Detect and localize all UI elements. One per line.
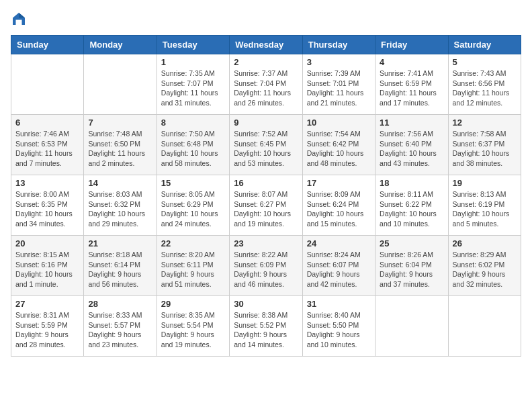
weekday-header-sunday: Sunday (11, 36, 84, 54)
calendar-cell (375, 296, 448, 357)
day-info: Sunrise: 7:46 AM Sunset: 6:53 PM Dayligh… (15, 129, 79, 169)
weekday-header-wednesday: Wednesday (230, 36, 302, 54)
day-number: 24 (307, 238, 371, 248)
calendar-week-2: 6Sunrise: 7:46 AM Sunset: 6:53 PM Daylig… (11, 115, 521, 175)
calendar-cell: 10Sunrise: 7:54 AM Sunset: 6:42 PM Dayli… (302, 115, 375, 175)
day-number: 9 (234, 118, 298, 128)
day-number: 29 (161, 299, 225, 309)
calendar-cell: 2Sunrise: 7:37 AM Sunset: 7:04 PM Daylig… (230, 54, 302, 115)
day-number: 2 (234, 57, 298, 67)
day-info: Sunrise: 8:22 AM Sunset: 6:09 PM Dayligh… (234, 250, 298, 289)
calendar-cell: 5Sunrise: 7:43 AM Sunset: 6:56 PM Daylig… (448, 54, 521, 115)
day-info: Sunrise: 8:11 AM Sunset: 6:22 PM Dayligh… (380, 189, 443, 229)
day-info: Sunrise: 7:50 AM Sunset: 6:48 PM Dayligh… (161, 129, 225, 169)
day-info: Sunrise: 8:35 AM Sunset: 5:54 PM Dayligh… (161, 310, 225, 350)
logo-icon (11, 11, 27, 27)
day-info: Sunrise: 8:24 AM Sunset: 6:07 PM Dayligh… (307, 250, 371, 289)
day-info: Sunrise: 8:00 AM Sunset: 6:35 PM Dayligh… (15, 189, 79, 229)
day-number: 28 (88, 299, 152, 309)
day-info: Sunrise: 8:33 AM Sunset: 5:57 PM Dayligh… (88, 310, 152, 350)
day-number: 20 (15, 238, 79, 248)
calendar-week-5: 27Sunrise: 8:31 AM Sunset: 5:59 PM Dayli… (11, 296, 521, 357)
day-number: 21 (88, 238, 152, 248)
page-header (11, 11, 521, 27)
calendar-table: SundayMondayTuesdayWednesdayThursdayFrid… (11, 35, 521, 357)
day-number: 19 (453, 178, 517, 188)
day-info: Sunrise: 8:05 AM Sunset: 6:29 PM Dayligh… (161, 189, 225, 229)
calendar-cell: 9Sunrise: 7:52 AM Sunset: 6:45 PM Daylig… (230, 115, 302, 175)
calendar-week-3: 13Sunrise: 8:00 AM Sunset: 6:35 PM Dayli… (11, 175, 521, 236)
day-number: 5 (453, 57, 517, 67)
day-info: Sunrise: 7:43 AM Sunset: 6:56 PM Dayligh… (453, 68, 517, 108)
calendar-cell: 22Sunrise: 8:20 AM Sunset: 6:11 PM Dayli… (157, 236, 229, 296)
day-number: 4 (380, 57, 443, 67)
day-info: Sunrise: 8:29 AM Sunset: 6:02 PM Dayligh… (453, 250, 517, 289)
day-info: Sunrise: 7:35 AM Sunset: 7:07 PM Dayligh… (161, 68, 225, 108)
day-number: 14 (88, 178, 152, 188)
calendar-cell: 16Sunrise: 8:07 AM Sunset: 6:27 PM Dayli… (230, 175, 302, 236)
day-info: Sunrise: 7:39 AM Sunset: 7:01 PM Dayligh… (307, 68, 371, 108)
day-number: 23 (234, 238, 298, 248)
day-info: Sunrise: 8:09 AM Sunset: 6:24 PM Dayligh… (307, 189, 371, 229)
calendar-cell: 28Sunrise: 8:33 AM Sunset: 5:57 PM Dayli… (84, 296, 157, 357)
weekday-header-monday: Monday (84, 36, 157, 54)
day-number: 8 (161, 118, 225, 128)
day-info: Sunrise: 8:13 AM Sunset: 6:19 PM Dayligh… (453, 189, 517, 229)
day-info: Sunrise: 8:18 AM Sunset: 6:14 PM Dayligh… (88, 250, 152, 289)
calendar-cell: 11Sunrise: 7:56 AM Sunset: 6:40 PM Dayli… (375, 115, 448, 175)
day-info: Sunrise: 8:20 AM Sunset: 6:11 PM Dayligh… (161, 250, 225, 289)
calendar-cell: 27Sunrise: 8:31 AM Sunset: 5:59 PM Dayli… (11, 296, 84, 357)
calendar-cell: 12Sunrise: 7:58 AM Sunset: 6:37 PM Dayli… (448, 115, 521, 175)
calendar-cell (11, 54, 84, 115)
day-info: Sunrise: 8:38 AM Sunset: 5:52 PM Dayligh… (234, 310, 298, 350)
calendar-cell: 30Sunrise: 8:38 AM Sunset: 5:52 PM Dayli… (230, 296, 302, 357)
day-number: 16 (234, 178, 298, 188)
day-number: 18 (380, 178, 443, 188)
day-number: 27 (15, 299, 79, 309)
day-number: 3 (307, 57, 371, 67)
day-info: Sunrise: 7:56 AM Sunset: 6:40 PM Dayligh… (380, 129, 443, 169)
calendar-cell: 17Sunrise: 8:09 AM Sunset: 6:24 PM Dayli… (302, 175, 375, 236)
calendar-cell: 20Sunrise: 8:15 AM Sunset: 6:16 PM Dayli… (11, 236, 84, 296)
day-number: 22 (161, 238, 225, 248)
calendar-cell: 4Sunrise: 7:41 AM Sunset: 6:59 PM Daylig… (375, 54, 448, 115)
day-info: Sunrise: 8:40 AM Sunset: 5:50 PM Dayligh… (307, 310, 371, 350)
calendar-cell: 29Sunrise: 8:35 AM Sunset: 5:54 PM Dayli… (157, 296, 229, 357)
day-number: 10 (307, 118, 371, 128)
calendar-cell: 25Sunrise: 8:26 AM Sunset: 6:04 PM Dayli… (375, 236, 448, 296)
day-info: Sunrise: 7:58 AM Sunset: 6:37 PM Dayligh… (453, 129, 517, 169)
day-info: Sunrise: 8:15 AM Sunset: 6:16 PM Dayligh… (15, 250, 79, 289)
day-info: Sunrise: 8:31 AM Sunset: 5:59 PM Dayligh… (15, 310, 79, 350)
calendar-cell: 8Sunrise: 7:50 AM Sunset: 6:48 PM Daylig… (157, 115, 229, 175)
calendar-cell: 1Sunrise: 7:35 AM Sunset: 7:07 PM Daylig… (157, 54, 229, 115)
calendar-cell: 21Sunrise: 8:18 AM Sunset: 6:14 PM Dayli… (84, 236, 157, 296)
day-number: 30 (234, 299, 298, 309)
day-info: Sunrise: 7:37 AM Sunset: 7:04 PM Dayligh… (234, 68, 298, 108)
logo (11, 11, 30, 27)
day-info: Sunrise: 8:03 AM Sunset: 6:32 PM Dayligh… (88, 189, 152, 229)
day-number: 6 (15, 118, 79, 128)
day-number: 12 (453, 118, 517, 128)
day-number: 26 (453, 238, 517, 248)
day-number: 13 (15, 178, 79, 188)
svg-marker-1 (19, 13, 25, 18)
calendar-cell: 23Sunrise: 8:22 AM Sunset: 6:09 PM Dayli… (230, 236, 302, 296)
day-number: 15 (161, 178, 225, 188)
day-number: 25 (380, 238, 443, 248)
calendar-cell: 31Sunrise: 8:40 AM Sunset: 5:50 PM Dayli… (302, 296, 375, 357)
calendar-cell: 15Sunrise: 8:05 AM Sunset: 6:29 PM Dayli… (157, 175, 229, 236)
weekday-header-saturday: Saturday (448, 36, 521, 54)
day-number: 11 (380, 118, 443, 128)
calendar-cell (84, 54, 157, 115)
calendar-cell: 7Sunrise: 7:48 AM Sunset: 6:50 PM Daylig… (84, 115, 157, 175)
day-info: Sunrise: 7:52 AM Sunset: 6:45 PM Dayligh… (234, 129, 298, 169)
calendar-cell: 6Sunrise: 7:46 AM Sunset: 6:53 PM Daylig… (11, 115, 84, 175)
day-info: Sunrise: 7:54 AM Sunset: 6:42 PM Dayligh… (307, 129, 371, 169)
calendar-cell: 26Sunrise: 8:29 AM Sunset: 6:02 PM Dayli… (448, 236, 521, 296)
day-info: Sunrise: 7:48 AM Sunset: 6:50 PM Dayligh… (88, 129, 152, 169)
calendar-week-4: 20Sunrise: 8:15 AM Sunset: 6:16 PM Dayli… (11, 236, 521, 296)
calendar-week-1: 1Sunrise: 7:35 AM Sunset: 7:07 PM Daylig… (11, 54, 521, 115)
day-info: Sunrise: 8:26 AM Sunset: 6:04 PM Dayligh… (380, 250, 443, 289)
calendar-cell: 3Sunrise: 7:39 AM Sunset: 7:01 PM Daylig… (302, 54, 375, 115)
weekday-header-friday: Friday (375, 36, 448, 54)
